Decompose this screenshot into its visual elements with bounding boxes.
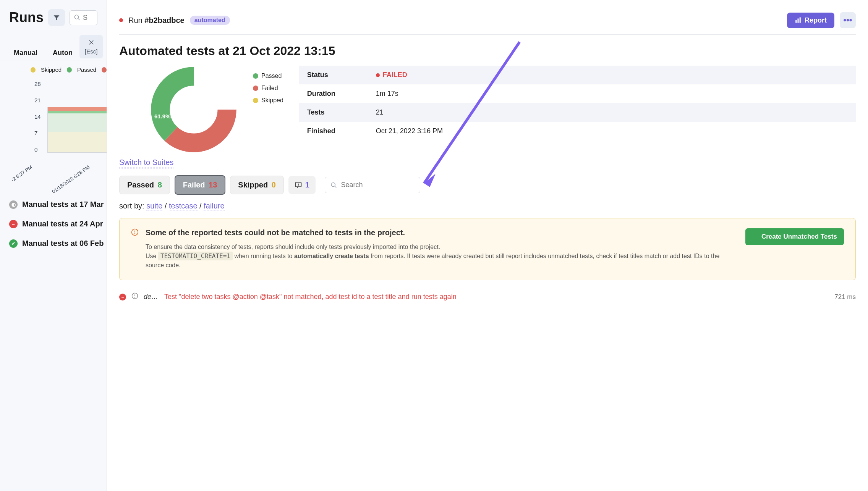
y-tick: 7 [34, 130, 107, 136]
main-search-input[interactable] [341, 181, 415, 189]
y-tick: 0 [34, 146, 107, 153]
run-label: Manual tests at 24 Apr [22, 220, 103, 228]
svg-point-17 [135, 234, 135, 234]
svg-rect-5 [798, 19, 799, 23]
legend-skipped: Skipped [41, 66, 62, 73]
y-tick: 14 [34, 113, 107, 120]
legend-passed: Passed [261, 73, 282, 79]
legend-dot-skipped [253, 98, 258, 103]
sort-suite[interactable]: suite [146, 202, 162, 210]
status-icon-failed: – [9, 220, 18, 228]
report-button[interactable]: Report [787, 13, 834, 28]
legend-dot-passed [67, 67, 72, 73]
x-label: 01/18/2022 6:28 PM [51, 164, 91, 194]
alert-text: To ensure the data consistency of tests,… [146, 242, 738, 270]
wand-icon [752, 234, 758, 240]
sidebar-title: Runs [9, 10, 44, 26]
run-item[interactable]: ✓ Manual tests at 06 Feb [9, 239, 107, 248]
sort-by: sort by: suite / testcase / failure [119, 202, 856, 210]
stat-label-tests: Tests [307, 108, 376, 116]
filter-passed[interactable]: Passed 8 [119, 176, 170, 194]
comment-icon [295, 181, 302, 189]
stat-value-tests: 21 [376, 108, 384, 116]
stats-table: StatusFAILED Duration1m 17s Tests21 Fini… [299, 66, 856, 141]
legend-failed: Failed [261, 85, 278, 92]
filter-comments[interactable]: 1 [288, 176, 316, 194]
legend-skipped: Skipped [261, 97, 283, 104]
search-icon [74, 14, 81, 21]
warn-icon [131, 292, 138, 301]
sidebar: Runs [Esc] Manual Auton Skipped Passed [0, 0, 107, 491]
automated-badge: automated [190, 16, 230, 25]
run-label: Run #b2badbce [128, 16, 185, 25]
create-unmatched-button[interactable]: Create Unmatched Tests [745, 228, 844, 245]
svg-rect-6 [800, 18, 801, 23]
run-item[interactable]: – Manual tests at 24 Apr [9, 220, 107, 228]
unmatched-alert: Some of the reported tests could not be … [119, 218, 856, 280]
page-title: Automated tests at 21 Oct 2022 13:15 [119, 44, 856, 58]
more-button[interactable]: ••• [840, 12, 856, 28]
svg-point-20 [135, 297, 135, 297]
test-message: Test "delete two tasks @action @task" no… [164, 293, 829, 301]
filter-failed[interactable]: Failed 13 [175, 175, 226, 195]
close-hint[interactable]: [Esc] [79, 35, 103, 58]
legend-dot-skipped [31, 67, 36, 73]
tab-automated[interactable]: Auton [53, 49, 73, 57]
sidebar-search[interactable] [70, 10, 97, 25]
donut-label-pass: 38.1% [202, 89, 219, 96]
run-label: Manual tests at 17 Mar [22, 200, 104, 209]
donut-label-fail: 61.9% [154, 113, 171, 120]
sort-failure[interactable]: failure [204, 202, 224, 210]
runs-list: ◐ Manual tests at 17 Mar – Manual tests … [0, 191, 107, 248]
stat-label-finished: Finished [307, 127, 376, 135]
main-panel: Run #b2badbce automated Report ••• Autom… [107, 0, 868, 491]
svg-line-1 [78, 18, 80, 20]
y-tick: 28 [34, 81, 107, 87]
run-item[interactable]: ◐ Manual tests at 17 Mar [9, 200, 107, 209]
svg-rect-4 [795, 20, 797, 23]
legend-dot-passed [253, 73, 258, 79]
test-row[interactable]: – de… Test "delete two tasks @action @ta… [119, 289, 856, 304]
tab-manual[interactable]: Manual [14, 49, 37, 57]
search-icon [330, 181, 337, 189]
legend-dot-failed [102, 67, 107, 73]
filter-skipped[interactable]: Skipped 0 [230, 176, 283, 194]
fail-icon: – [119, 294, 126, 300]
svg-point-12 [298, 186, 298, 186]
stat-value-duration: 1m 17s [376, 90, 398, 98]
svg-point-0 [74, 15, 79, 19]
main-search[interactable] [325, 177, 420, 193]
close-icon [88, 39, 95, 46]
status-icon-progress: ◐ [9, 200, 18, 209]
stat-label-status: Status [307, 71, 376, 79]
legend-passed: Passed [77, 66, 96, 73]
run-label: Manual tests at 06 Feb [22, 239, 104, 248]
alert-icon [131, 228, 139, 270]
svg-line-14 [335, 186, 336, 187]
test-name: de… [144, 293, 159, 301]
x-label: -2 6:27 PM [10, 164, 34, 183]
donut-chart: 38.1% 61.9% [150, 66, 238, 153]
run-status-dot [119, 18, 123, 22]
y-tick: 21 [34, 97, 107, 103]
svg-point-13 [331, 183, 335, 186]
bar-chart-icon [795, 17, 802, 24]
stat-value-status: FAILED [376, 71, 407, 79]
sidebar-search-input[interactable] [83, 14, 91, 22]
switch-to-suites-link[interactable]: Switch to Suites [119, 158, 173, 168]
test-duration: 721 ms [834, 293, 856, 301]
status-icon-passed: ✓ [9, 239, 18, 248]
esc-label: [Esc] [85, 48, 97, 55]
sort-testcase[interactable]: testcase [169, 202, 197, 210]
alert-title: Some of the reported tests could not be … [146, 228, 738, 237]
report-label: Report [805, 16, 827, 24]
filter-button[interactable] [48, 9, 65, 26]
legend-dot-failed [253, 86, 258, 91]
filter-icon [53, 14, 60, 21]
stat-label-duration: Duration [307, 90, 376, 98]
stat-value-finished: Oct 21, 2022 3:16 PM [376, 127, 443, 135]
